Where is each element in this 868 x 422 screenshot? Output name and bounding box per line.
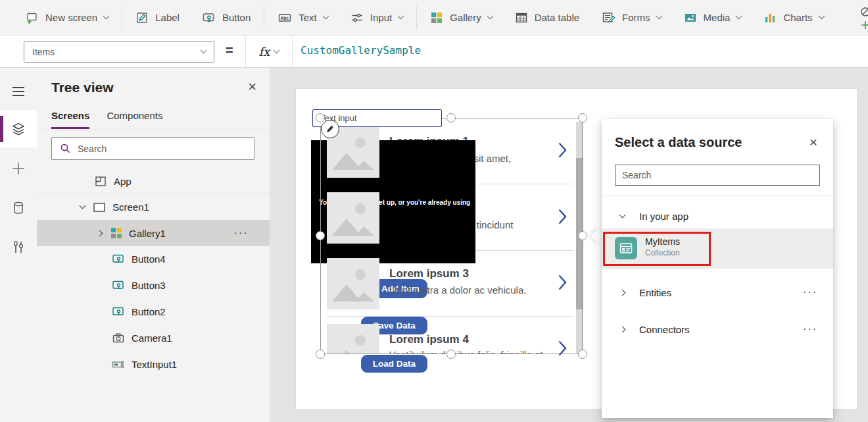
chevron-down-icon [80, 203, 86, 209]
tree-item-camera1[interactable]: Camera1 [37, 325, 270, 351]
label-button[interactable]: Label [124, 0, 191, 36]
svg-text:Abc: Abc [281, 15, 289, 20]
selection-handle[interactable] [578, 231, 587, 240]
data-table-icon [515, 11, 528, 24]
tree-item-screen1[interactable]: Screen1 [37, 194, 270, 220]
tree-view-tabs: Screens Components [51, 110, 162, 129]
data-source-search-input[interactable] [622, 170, 806, 180]
formula-input[interactable]: CustomGallerySample [301, 44, 421, 57]
advanced-tools-icon[interactable] [0, 229, 37, 266]
data-sources-icon[interactable] [0, 190, 37, 226]
tab-components[interactable]: Components [107, 110, 162, 129]
data-source-flyout: Select a data source × In your app MyIte… [602, 119, 833, 418]
gallery-selection-border [320, 118, 583, 354]
new-screen-icon [26, 11, 39, 24]
selection-handle[interactable] [578, 350, 587, 359]
chevron-right-icon [619, 326, 626, 332]
tree-item-label: Camera1 [132, 332, 172, 344]
tree-item-textinput1[interactable]: TextInput1 [37, 352, 270, 377]
forms-label: Forms [622, 12, 650, 23]
chevron-right-icon [619, 289, 626, 296]
media-dropdown[interactable]: Media [673, 0, 753, 36]
more-options-icon[interactable]: ··· [233, 226, 249, 240]
data-source-search-box[interactable] [615, 165, 820, 186]
tree-item-label: Gallery1 [129, 228, 166, 239]
input-icon [350, 11, 364, 24]
myitems-name: MyItems [645, 236, 680, 247]
new-screen-button[interactable]: New screen [14, 0, 120, 36]
fx-dropdown[interactable]: fx [245, 36, 293, 67]
text-dropdown[interactable]: Abc Text [266, 0, 339, 36]
text-label: Text [299, 12, 317, 23]
selection-handle[interactable] [446, 113, 456, 122]
button-label: Button [222, 12, 251, 23]
toolbar-separator [416, 6, 417, 30]
close-icon[interactable]: × [809, 135, 817, 149]
property-selector[interactable]: Items [24, 41, 214, 63]
gallery-icon [430, 11, 443, 24]
selection-handle[interactable] [578, 113, 587, 122]
new-screen-label: New screen [45, 12, 97, 23]
left-navigation-rail [0, 68, 37, 422]
connectors-section[interactable]: Connectors ··· [602, 317, 833, 342]
input-label: Input [370, 12, 392, 23]
myitems-type: Collection [645, 248, 680, 257]
fx-icon: fx [259, 45, 270, 59]
chevron-down-icon [818, 13, 825, 20]
tree-item-app[interactable]: App [37, 169, 270, 194]
flyout-title: Select a data source [615, 135, 742, 150]
property-selector-value: Items [32, 47, 55, 57]
chevron-down-icon [619, 211, 626, 218]
input-dropdown[interactable]: Input [339, 0, 414, 36]
gallery-dropdown[interactable]: Gallery [419, 0, 504, 36]
media-icon [684, 11, 697, 24]
charts-dropdown[interactable]: Charts [752, 0, 834, 36]
tree-item-label: Button3 [132, 280, 166, 291]
equals-sign: = [226, 43, 233, 58]
forms-icon [602, 11, 615, 24]
custom-component-icon-partial[interactable] [851, 3, 868, 32]
tree-item-label: Button4 [132, 253, 166, 265]
load-data-button[interactable]: Load Data [361, 355, 427, 373]
app-icon [95, 175, 107, 188]
selection-handle[interactable] [316, 231, 325, 240]
tree-item-label: Button2 [132, 306, 166, 317]
hamburger-icon[interactable] [0, 73, 37, 110]
camera-icon [112, 332, 125, 344]
data-table-label: Data table [535, 12, 579, 23]
edit-pencil-icon[interactable] [321, 120, 339, 138]
label-label: Label [155, 12, 180, 23]
toolbar-separator [264, 6, 264, 30]
toolbar-separator [122, 6, 122, 30]
tree-item-button2[interactable]: Button2 [37, 299, 270, 325]
insert-toolbar: New screen Label Button Abc Text Input G… [0, 0, 868, 36]
connectors-label: Connectors [639, 324, 690, 335]
tab-screens[interactable]: Screens [51, 110, 89, 129]
close-icon[interactable]: × [248, 80, 256, 94]
chevron-down-icon [487, 13, 493, 20]
tree-view-icon[interactable] [0, 111, 37, 147]
more-options-icon[interactable]: ··· [803, 323, 817, 335]
button-button[interactable]: Button [191, 0, 262, 36]
myitems-collection-row[interactable]: MyItems Collection [602, 228, 833, 268]
selection-handle[interactable] [316, 350, 325, 359]
chevron-down-icon [736, 13, 742, 20]
media-label: Media [704, 12, 731, 23]
search-icon [60, 143, 71, 154]
selection-handle[interactable] [446, 350, 456, 359]
selection-handle[interactable] [316, 113, 325, 122]
entities-section[interactable]: Entities ··· [602, 280, 833, 305]
screen-icon [93, 201, 106, 213]
data-table-button[interactable]: Data table [504, 0, 591, 36]
collection-icon [615, 237, 637, 259]
tree-item-gallery1[interactable]: Gallery1 ··· [37, 220, 270, 246]
tree-item-button4[interactable]: Button4 [37, 246, 270, 272]
forms-dropdown[interactable]: Forms [591, 0, 673, 36]
more-options-icon[interactable]: ··· [803, 286, 817, 298]
in-your-app-section[interactable]: In your app [602, 203, 833, 228]
tree-search-box[interactable] [51, 137, 254, 160]
charts-label: Charts [783, 12, 812, 23]
tree-search-input[interactable] [78, 144, 235, 154]
plus-icon[interactable] [0, 150, 37, 187]
tree-item-button3[interactable]: Button3 [37, 273, 270, 298]
